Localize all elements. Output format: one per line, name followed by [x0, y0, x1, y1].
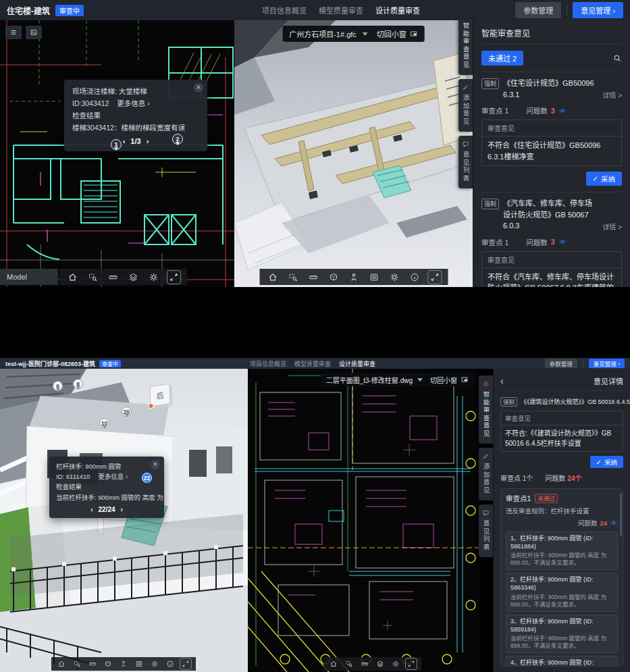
select-icon[interactable]: [345, 660, 353, 668]
gear-icon[interactable]: [389, 272, 399, 282]
view-cube[interactable]: 后: [150, 384, 171, 407]
tab-add-opinion[interactable]: 添加意见: [479, 448, 493, 500]
detail-link[interactable]: 详情 >: [602, 222, 622, 232]
tab-model-quality[interactable]: 模型质量审查: [294, 359, 331, 368]
tooltip-result: 当前栏杆扶手: 900mm 圆管的 高度 为: [56, 492, 157, 502]
list-icon[interactable]: [369, 272, 379, 282]
search-icon[interactable]: [612, 53, 622, 63]
model-viewport[interactable]: 后 6 8 20 10 22 × 栏杆扶手: 900mm 圆管 ID: 6111…: [0, 369, 248, 672]
tab-add-opinion[interactable]: 添加意见: [458, 79, 473, 132]
accept-button[interactable]: ✓采纳: [590, 456, 623, 468]
person-icon[interactable]: [120, 660, 128, 668]
model-space-tab[interactable]: Model: [0, 269, 58, 285]
tab-project-info[interactable]: 项目信息概览: [250, 359, 286, 368]
home-icon[interactable]: [330, 660, 338, 668]
close-icon[interactable]: ×: [151, 460, 160, 469]
ruler-icon[interactable]: [108, 272, 118, 282]
tab-design-quality[interactable]: 设计质量审查: [375, 5, 420, 16]
cad-viewport[interactable]: 二层平面图_t3-修改柱窗.dwg 切回小窗: [248, 369, 479, 672]
tab-design-quality[interactable]: 设计质量审查: [339, 359, 375, 368]
ruler-icon[interactable]: [308, 272, 318, 282]
issue-item[interactable]: 2、栏杆扶手: 900mm 圆管 (ID: 5863346)当前栏杆扶手: 90…: [506, 573, 618, 611]
section-icon[interactable]: [328, 272, 338, 282]
expand-icon[interactable]: [407, 660, 415, 668]
rule-meta: 审查点 1 问题数 3: [481, 237, 622, 247]
gear-icon[interactable]: [392, 660, 400, 668]
cad-viewport[interactable]: 1 2 × 现场浇注楼梯: 大堂楼梯 ID:3043412更多信息 › 检查结果…: [0, 20, 234, 287]
issue-marker-8[interactable]: 8: [73, 379, 83, 389]
opinion-manage-button[interactable]: 意见管理 ›: [589, 359, 625, 368]
issue-item[interactable]: 4、栏杆扶手: 900mm 圆管 (ID: 5857580)当前栏杆扶手: 90…: [506, 656, 618, 667]
tab-project-info[interactable]: 项目信息概览: [262, 5, 307, 16]
divider: [567, 5, 567, 15]
layers-icon[interactable]: [376, 660, 384, 668]
layers-icon[interactable]: [128, 272, 138, 282]
accept-button[interactable]: ✓采纳: [586, 172, 622, 186]
more-info-link[interactable]: 更多信息 ›: [98, 473, 128, 480]
tab-opinion-list[interactable]: 意见列表: [479, 505, 493, 557]
more-info-link[interactable]: 更多信息 ›: [117, 99, 149, 107]
window-icon: [461, 376, 469, 384]
tab-smart-review[interactable]: 智能审查意见: [479, 376, 493, 444]
switch-window-button[interactable]: 切回小窗: [377, 28, 418, 39]
back-icon[interactable]: ‹: [500, 376, 504, 386]
list-icon[interactable]: [135, 660, 143, 668]
prev-icon[interactable]: ‹: [123, 137, 126, 145]
cad-file-select[interactable]: 二层平面图_t3-修改柱窗.dwg: [326, 375, 413, 385]
opinion-manage-button[interactable]: 意见管理 ›: [573, 2, 623, 18]
home-icon[interactable]: [57, 660, 65, 668]
status-badge: 审查中: [55, 5, 84, 16]
home-icon[interactable]: [68, 272, 78, 282]
param-manage-button[interactable]: 参数管理: [515, 2, 561, 18]
sheet-views-button[interactable]: [26, 26, 42, 39]
issue-marker-6[interactable]: 6: [53, 381, 63, 391]
issue-item[interactable]: 3、栏杆扶手: 900mm 圆管 (ID: 5859184)当前栏杆扶手: 90…: [506, 615, 618, 653]
select-icon[interactable]: [73, 660, 81, 668]
next-icon[interactable]: ›: [121, 506, 123, 513]
tooltip-result-label: 检查结果: [72, 110, 199, 122]
tab-model-quality[interactable]: 模型质量审查: [319, 5, 363, 16]
stats-row: 审查点 1个 问题数 24个: [500, 473, 623, 483]
expand-icon[interactable]: [169, 272, 179, 282]
issue-tooltip: × 现场浇注楼梯: 大堂楼梯 ID:3043412更多信息 › 检查结果 楼梯3…: [64, 80, 207, 151]
select-icon[interactable]: [88, 272, 98, 282]
param-manage-button[interactable]: 参数管理: [545, 359, 577, 368]
gear-icon[interactable]: [149, 272, 159, 282]
switch-window-button[interactable]: 切回小窗: [430, 375, 469, 385]
expand-icon[interactable]: [182, 660, 190, 668]
ruler-icon[interactable]: [361, 660, 369, 668]
info-icon[interactable]: [166, 660, 174, 668]
scrollbar[interactable]: [620, 493, 622, 536]
detail-link[interactable]: 详情 >: [602, 90, 622, 100]
ruler-icon[interactable]: [88, 660, 97, 668]
model-viewport[interactable]: 广州方石项目-1#.gfc 切回小窗: [234, 20, 473, 287]
active-issue-marker-22[interactable]: 22: [142, 473, 152, 483]
expand-icon[interactable]: [429, 272, 440, 282]
comment-text: 不符合《住宅设计规范》GB50096 6.3.1楼梯净宽: [482, 136, 621, 165]
person-icon[interactable]: [348, 272, 359, 282]
info-icon[interactable]: [409, 272, 419, 282]
eye-icon[interactable]: [610, 519, 618, 527]
prev-icon[interactable]: ‹: [90, 506, 93, 513]
issue-marker-10[interactable]: 10: [99, 418, 109, 428]
tab-opinion-list[interactable]: 意见列表: [458, 136, 473, 188]
close-icon[interactable]: ×: [194, 83, 203, 93]
issue-item[interactable]: 1、栏杆扶手: 900mm 圆管 (ID: 5861884)当前栏杆扶手: 90…: [506, 532, 618, 570]
section-icon[interactable]: [104, 660, 112, 668]
select-icon[interactable]: [288, 272, 298, 282]
issue-marker-1[interactable]: 1: [111, 139, 122, 150]
layer-list-button[interactable]: [5, 26, 22, 39]
model-file-select[interactable]: 广州方石项目-1#.gfc: [289, 28, 357, 39]
mandatory-badge: 强制: [481, 78, 499, 89]
comment-box: 审查意见 不符合:《《建筑设计防火规范》》GB 50016 6.4.5栏杆扶手设…: [500, 411, 623, 452]
eye-icon[interactable]: [558, 238, 567, 246]
issue-marker-2[interactable]: 2: [172, 134, 183, 145]
comment-box: 审查意见 不符合《住宅设计规范》GB50096 6.3.1楼梯净宽: [481, 120, 622, 166]
failed-filter-chip[interactable]: 未通过 2: [481, 51, 523, 66]
home-icon[interactable]: [267, 272, 278, 282]
next-icon[interactable]: ›: [147, 137, 149, 145]
issue-marker-20[interactable]: 20: [122, 407, 132, 417]
issue-list: 1、栏杆扶手: 900mm 圆管 (ID: 5861884)当前栏杆扶手: 90…: [506, 532, 618, 667]
eye-icon[interactable]: [558, 107, 567, 115]
gear-icon[interactable]: [151, 660, 159, 668]
